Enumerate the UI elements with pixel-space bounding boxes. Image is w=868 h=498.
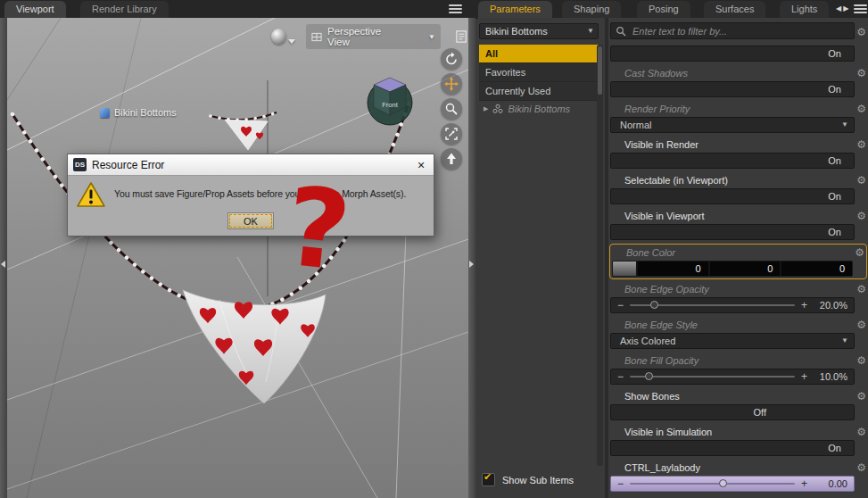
param-row: Render Priority⚙ Normal ▼ [608,101,868,137]
slider-value: 10.0% [814,371,847,382]
group-item-currently-used[interactable]: Currently Used [479,82,599,101]
param-label: Bone Edge Style [624,320,698,330]
scene-scrollbar[interactable] [597,45,603,466]
tab-scroll-right-icon[interactable]: ▶ [843,4,850,12]
left-pane-splitter[interactable] [0,18,7,498]
scrollbar-thumb[interactable] [598,46,602,95]
slider-decrement[interactable]: − [617,478,624,489]
gear-icon[interactable]: ⚙ [856,427,866,437]
close-icon[interactable]: × [414,159,428,171]
pan-button[interactable] [441,73,462,95]
slider-track[interactable] [630,483,795,485]
toggle-button[interactable]: Off [610,404,855,420]
view-mode-dropdown[interactable]: Perspective View ▼ [306,24,441,49]
group-item-all[interactable]: All [479,45,599,63]
slider-handle[interactable] [650,301,658,309]
gear-icon[interactable]: ⚙ [856,355,866,366]
view-navigation-cube[interactable]: Front [368,78,412,125]
frame-button[interactable] [441,123,462,145]
viewport-pane-splitter[interactable] [468,18,475,498]
dropdown[interactable]: Axis Colored ▼ [610,333,855,349]
gear-icon[interactable]: ⚙ [856,320,866,330]
camera-sphere-icon[interactable] [271,29,286,45]
param-label: CTRL_Laylabody [624,462,700,473]
morph-slider[interactable]: − + 0.00 [610,476,855,492]
slider-decrement[interactable]: − [617,371,624,382]
color-value-b[interactable]: 0 [781,261,852,276]
toggle-button[interactable]: On [610,188,855,204]
tree-item-bikini-bottoms[interactable]: ▶ Bikini Bottoms [479,100,570,118]
question-mark-annotation: ? [281,172,355,287]
group-item-favorites[interactable]: Favorites [479,63,599,82]
bikini-bottoms-mesh[interactable] [183,290,326,403]
toggle-button[interactable]: On [610,46,855,62]
tab-shaping[interactable]: Shaping [562,1,621,18]
slider-track[interactable] [630,304,795,306]
tab-viewport[interactable]: Viewport [4,1,66,18]
slider-decrement[interactable]: − [617,300,624,311]
daz-studio-window: Viewport Render Library Parameters Shapi… [0,0,868,498]
color-control[interactable]: 0 0 0 [612,261,853,277]
gear-icon[interactable]: ⚙ [856,27,866,37]
param-row: Selectable (in Viewport)⚙ On [608,172,868,208]
dialog-title: Resource Error [92,159,164,171]
toggle-button[interactable]: On [610,440,855,456]
param-label: Bone Color [626,247,675,258]
splitter-grip-icon [469,261,474,268]
tab-lights[interactable]: Lights [780,1,829,18]
dialog-message: You must save Figure/Prop Assets before … [114,188,406,199]
tab-render-library[interactable]: Render Library [80,1,169,18]
show-sub-items-checkbox[interactable]: ✔ [482,473,495,486]
zoom-button[interactable] [441,98,462,120]
gear-icon[interactable]: ⚙ [856,104,866,114]
param-row: Bone Color⚙ 0 0 0 [610,245,866,278]
chevron-down-icon: ▼ [841,337,848,344]
gear-icon[interactable]: ⚙ [856,211,866,221]
viewport-pane-menu-icon[interactable] [449,3,462,15]
filter-field[interactable] [610,22,855,39]
dropdown[interactable]: Normal ▼ [610,117,855,133]
parameters-pane: ⚙ On Cast Shadows⚙ On Render Priority⚙ N… [608,18,868,498]
color-value-r[interactable]: 0 [638,261,708,276]
tab-surfaces[interactable]: Surfaces [704,1,765,18]
dialog-title-bar[interactable]: DS Resource Error × [68,154,434,176]
param-row: Cast Shadows⚙ On [608,65,868,101]
highlighted-param: Bone Color⚙ 0 0 0 [609,244,867,279]
toggle-button[interactable]: On [610,224,855,240]
tab-parameters[interactable]: Parameters [478,1,552,18]
ok-button[interactable]: OK [227,212,274,229]
slider-increment[interactable]: + [801,371,807,382]
slider[interactable]: − + 10.0% [610,369,855,385]
draw-style-icon[interactable] [455,29,468,44]
slider[interactable]: − + 20.0% [610,297,855,313]
filter-input[interactable] [631,25,849,37]
gear-icon[interactable]: ⚙ [856,139,866,150]
toggle-button[interactable]: On [610,81,855,97]
color-swatch[interactable] [613,261,636,276]
filter-row: ⚙ [608,18,868,46]
node-selector-dropdown[interactable]: Bikini Bottoms ▼ [479,23,599,39]
orbit-rotate-button[interactable] [441,48,462,70]
gear-icon[interactable]: ⚙ [856,284,866,295]
parameters-pane-menu-icon[interactable] [854,3,867,15]
gear-icon[interactable]: ⚙ [856,68,866,79]
camera-dropdown-icon[interactable] [288,39,295,44]
slider-handle[interactable] [645,372,653,380]
gear-icon[interactable]: ⚙ [856,391,866,402]
toggle-button[interactable]: On [610,153,855,169]
slider-track[interactable] [630,376,795,378]
param-row: Visible in Render⚙ On [608,137,868,172]
gear-icon[interactable]: ⚙ [856,462,866,473]
slider-increment[interactable]: + [801,478,807,489]
aim-up-button[interactable] [441,148,462,170]
view-mode-label: Perspective View [327,26,400,47]
tab-posing[interactable]: Posing [637,1,690,18]
gear-icon[interactable]: ⚙ [856,175,866,186]
slider-handle[interactable] [719,479,727,487]
gear-icon[interactable]: ⚙ [855,247,864,258]
tab-scroll-left-icon[interactable]: ◀ [836,4,843,12]
viewport-canvas[interactable]: Front Bikini Bottoms Perspective View ▼ [7,18,468,498]
expand-arrow-icon[interactable]: ▶ [484,105,488,112]
color-value-g[interactable]: 0 [710,261,781,276]
slider-increment[interactable]: + [801,300,807,311]
